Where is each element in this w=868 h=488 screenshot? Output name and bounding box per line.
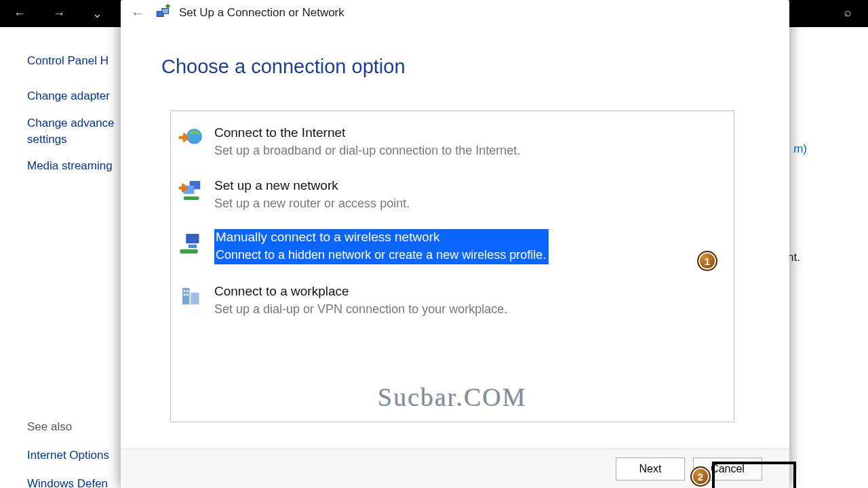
see-also-section: See also Internet Options Windows Defen xyxy=(27,420,109,488)
wizard-main-heading: Choose a connection option xyxy=(161,56,406,78)
wizard-back-icon[interactable]: ← xyxy=(127,5,148,21)
option-connect-workplace[interactable]: Connect to a workplace Set up a dial-up … xyxy=(171,270,734,323)
svg-rect-8 xyxy=(180,249,198,253)
step-badge-2: 2 xyxy=(690,466,711,487)
buildings-icon xyxy=(178,282,206,310)
see-also-internet-options[interactable]: Internet Options xyxy=(27,449,109,462)
wireless-icon xyxy=(178,229,206,258)
svg-rect-9 xyxy=(182,288,190,305)
option-desc: Set up a broadband or dial-up connection… xyxy=(214,142,520,159)
search-icon[interactable]: ⌕ xyxy=(844,5,852,20)
option-title: Connect to a workplace xyxy=(214,283,507,300)
next-button[interactable]: Next xyxy=(616,458,685,481)
globe-arrow-icon xyxy=(178,123,206,152)
wizard-header: ← Set Up a Connection or Network xyxy=(121,0,789,27)
option-desc: Set up a new router or access point. xyxy=(214,195,410,211)
partial-homegroup-link[interactable]: m) xyxy=(793,142,807,156)
nav-back-icon[interactable]: ← xyxy=(14,7,26,21)
see-also-windows-defender[interactable]: Windows Defen xyxy=(27,477,109,488)
svg-rect-10 xyxy=(191,293,199,305)
option-connect-internet[interactable]: Connect to the Internet Set up a broadba… xyxy=(171,111,734,164)
nav-forward-icon[interactable]: → xyxy=(53,7,65,21)
svg-rect-5 xyxy=(184,197,199,200)
watermark-text: Sucbar.COM xyxy=(378,382,527,412)
network-setup-icon xyxy=(155,4,172,22)
option-title: Set up a new network xyxy=(214,178,410,194)
svg-rect-12 xyxy=(186,290,189,292)
svg-rect-11 xyxy=(184,290,186,292)
svg-rect-1 xyxy=(162,9,169,14)
option-desc: Connect to a hidden network or create a … xyxy=(216,247,546,263)
svg-rect-13 xyxy=(184,294,186,296)
wizard-footer: Next Cancel xyxy=(121,449,789,488)
router-icon xyxy=(178,176,206,205)
svg-rect-14 xyxy=(186,294,189,296)
wizard-header-title: Set Up a Connection or Network xyxy=(179,6,344,20)
see-also-label: See also xyxy=(27,420,109,434)
option-title: Connect to the Internet xyxy=(214,125,520,141)
option-desc: Set up a dial-up or VPN connection to yo… xyxy=(214,301,507,317)
svg-rect-7 xyxy=(189,245,197,248)
connection-options-list: Connect to the Internet Set up a broadba… xyxy=(170,110,734,422)
svg-rect-6 xyxy=(186,234,199,243)
wizard-dialog: ← Set Up a Connection or Network Choose … xyxy=(121,0,789,488)
nav-dropdown-icon[interactable]: ⌄ xyxy=(92,6,102,21)
option-setup-network[interactable]: Set up a new network Set up a new router… xyxy=(171,164,734,217)
option-title: Manually connect to a wireless network xyxy=(216,229,546,245)
step-badge-1: 1 xyxy=(697,251,717,271)
option-manual-wireless[interactable]: Manually connect to a wireless network C… xyxy=(171,217,734,270)
